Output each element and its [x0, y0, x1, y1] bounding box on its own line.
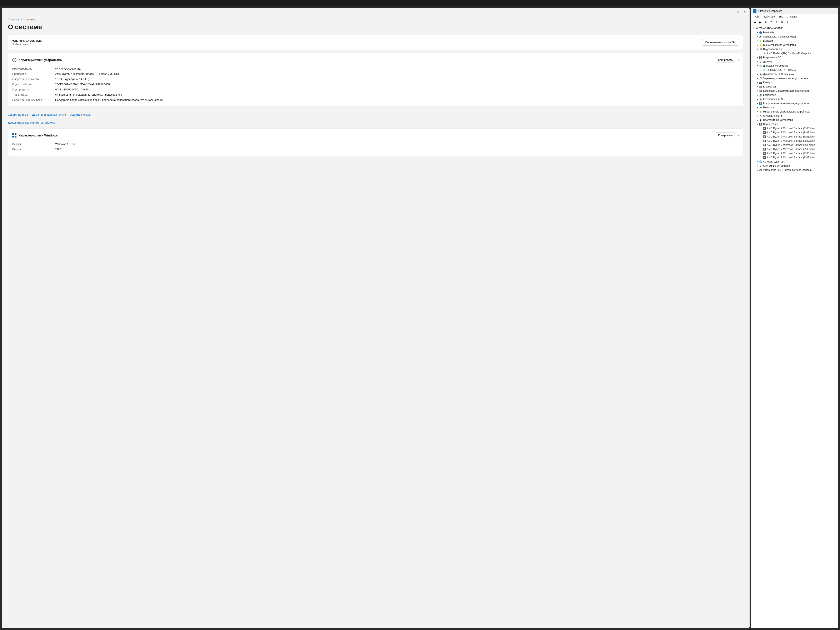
- toolbar-btn4[interactable]: ⚙: [779, 20, 785, 25]
- tree-item[interactable]: ▶ 📱 Программные устройства: [751, 118, 838, 122]
- tree-item[interactable]: ▶ 🔌 Диспетчеры USB-разъема: [751, 72, 838, 76]
- system-icon: ⚙: [759, 164, 762, 167]
- copy-specs-button[interactable]: Копировать: [715, 57, 736, 63]
- tree-item[interactable]: ▶ 🔋 Батареи: [751, 39, 838, 43]
- tree-item[interactable]: ▼ 💿 Дисковые устройства: [751, 64, 838, 68]
- tree-item[interactable]: ▶ 🌐 Сетевые адаптеры: [751, 159, 838, 164]
- tree-chevron: ▶: [756, 111, 759, 113]
- tree-label: AMD Ryzen 7 Microsoft Surface (R) Editio…: [767, 156, 815, 159]
- tree-item[interactable]: 🖥 AMD Radeon(TM) RX Vega11 Graphics: [751, 51, 838, 55]
- tree-item[interactable]: 🔲 AMD Ryzen 7 Microsoft Surface (R) Edit…: [751, 126, 838, 130]
- tree-item[interactable]: ▶ 🔵 Bluetooth: [751, 30, 838, 35]
- tree-label: AMD Ryzen 7 Microsoft Surface (R) Editio…: [767, 135, 815, 138]
- tree-item[interactable]: 🔲 AMD Ryzen 7 Microsoft Surface (R) Edit…: [751, 134, 838, 139]
- extra-link-section: Дополнительные параметры системы: [8, 120, 743, 128]
- tree-label: Контроллеры USB: [763, 98, 785, 101]
- tree-item[interactable]: ▶ 🔌 Контроллеры USB: [751, 97, 838, 101]
- close-button[interactable]: ✕: [742, 9, 747, 14]
- camera-icon: 📷: [759, 81, 762, 84]
- toolbar-btn2[interactable]: ?: [769, 20, 774, 25]
- tree-item[interactable]: ▶ 💾 Контроллеры запоминающих устройств: [751, 101, 838, 106]
- tree-item[interactable]: 🔲 AMD Ryzen 7 Microsoft Surface (R) Edit…: [751, 147, 838, 151]
- tree-item[interactable]: ▶ 📦 Компоненты программного обеспечения: [751, 89, 838, 93]
- tree-label: Контроллеры запоминающих устройств: [763, 102, 809, 105]
- network-icon: 🌐: [759, 160, 762, 163]
- tree-chevron: ▶: [756, 85, 759, 88]
- tree-item[interactable]: ▶ ⌨ Клавиатуры: [751, 85, 838, 89]
- link-domain[interactable]: Домен или рабочая группа: [32, 113, 66, 116]
- sound-icon: 🎵: [759, 77, 762, 80]
- tree-chevron: ▼: [756, 65, 759, 67]
- tree-chevron: ▼: [756, 123, 759, 125]
- link-protection[interactable]: Защита системы: [70, 113, 91, 116]
- tree-chevron: ▶: [756, 77, 759, 79]
- dm-tree: ▼ 🖥 WIN-5PB0AV6G4ME ▶ 🔵 Bluetooth ▶ 🔊 Ау…: [751, 25, 838, 628]
- menu-file[interactable]: Файл: [752, 14, 762, 19]
- screen-area: — □ ✕ Система > О системе О системе WIN-…: [0, 6, 840, 630]
- tree-item[interactable]: ▶ 🖱 Мыши и иные указывающие устройства: [751, 110, 838, 114]
- tree-label: Устройства HID (Human Interface Devices): [763, 169, 812, 172]
- tree-item[interactable]: 🔲 AMD Ryzen 7 Microsoft Surface (R) Edit…: [751, 155, 838, 159]
- tree-item[interactable]: 💿 HFM512GDGTNG-87A0A: [751, 68, 838, 72]
- menu-view[interactable]: Вид: [777, 14, 785, 19]
- tree-item[interactable]: ▶ ⚙ Системные устройства: [751, 164, 838, 168]
- spec-label: Код устройства: [12, 83, 54, 86]
- toolbar-btn5[interactable]: 🖥: [785, 20, 790, 25]
- tree-item[interactable]: 🔲 AMD Ryzen 7 Microsoft Surface (R) Edit…: [751, 143, 838, 147]
- win-collapse-icon[interactable]: ∧: [737, 134, 739, 136]
- usb-ctrl-icon: 🔌: [759, 98, 762, 101]
- computer-icon: 🖥: [755, 27, 758, 30]
- tree-chevron: ▶: [756, 115, 759, 117]
- tree-label: Сетевые адаптеры: [763, 160, 785, 163]
- menu-action[interactable]: Действие: [762, 14, 777, 19]
- tree-label: Датчики: [763, 60, 772, 63]
- tree-item[interactable]: ▶ 🖥 Мониторы: [751, 106, 838, 110]
- tree-item[interactable]: ▶ 🖨 Очереди печати: [751, 114, 838, 118]
- win-spec-value: 22H2: [55, 148, 739, 151]
- toolbar-back[interactable]: ◀: [752, 20, 757, 25]
- rename-button[interactable]: Переименовать этот ПК: [702, 39, 739, 46]
- tree-item[interactable]: ▼ 🖥 Видеоадаптеры: [751, 47, 838, 51]
- tree-item[interactable]: ▶ 👆 Биометрические устройства: [751, 43, 838, 47]
- tree-label: Очереди печати: [763, 114, 782, 117]
- win-spec-label: Версия: [12, 148, 54, 151]
- device-model: Surface Laptop 3: [12, 43, 42, 46]
- tree-label: Аудиовходы и аудиовыходы: [763, 35, 796, 38]
- tree-item[interactable]: 🔲 AMD Ryzen 7 Microsoft Surface (R) Edit…: [751, 151, 838, 155]
- specs-title: Характеристики устройства: [19, 58, 62, 62]
- usb-icon: 🔌: [759, 73, 762, 76]
- tree-chevron: ▼: [756, 48, 759, 50]
- dm-tree-items: ▶ 🔵 Bluetooth ▶ 🔊 Аудиовходы и аудиовыхо…: [751, 30, 838, 172]
- minimize-button[interactable]: —: [728, 9, 733, 14]
- tree-label: Биометрические устройства: [763, 44, 796, 46]
- tree-item[interactable]: ▶ 📡 Датчики: [751, 60, 838, 64]
- tree-chevron: ▶: [756, 106, 759, 109]
- tree-item[interactable]: ▶ 🎵 Звуковые, игровые и видеоустройства: [751, 76, 838, 81]
- toolbar-btn1[interactable]: ⊞: [763, 20, 768, 25]
- toolbar-forward[interactable]: ▶: [758, 20, 763, 25]
- link-related[interactable]: Ссылки по теме: [8, 113, 28, 116]
- tree-label: AMD Ryzen 7 Microsoft Surface (R) Editio…: [767, 127, 815, 130]
- tree-root[interactable]: ▼ 🖥 WIN-5PB0AV6G4ME: [751, 26, 838, 30]
- tree-item[interactable]: ▶ 📷 Камеры: [751, 81, 838, 85]
- tree-item[interactable]: ▶ 💻 Компьютер: [751, 93, 838, 97]
- breadcrumb: Система > О системе: [2, 16, 750, 22]
- menu-help[interactable]: Справка: [785, 14, 798, 19]
- tree-item[interactable]: 🔲 AMD Ryzen 7 Microsoft Surface (R) Edit…: [751, 130, 838, 134]
- tree-label: Компьютер: [763, 93, 776, 96]
- tree-item[interactable]: ▶ 🔊 Аудиовходы и аудиовыходы: [751, 35, 838, 39]
- toolbar-btn3[interactable]: ⊟: [774, 20, 779, 25]
- maximize-button[interactable]: □: [735, 9, 741, 14]
- tree-item[interactable]: 🔲 AMD Ryzen 7 Microsoft Surface (R) Edit…: [751, 139, 838, 143]
- copy-windows-button[interactable]: Копировать: [715, 133, 736, 138]
- tree-item[interactable]: ▼ 🔲 Процессоры: [751, 122, 838, 126]
- spec-value: 64-разрядная операционная система, проце…: [55, 93, 739, 96]
- tree-chevron: ▶: [756, 40, 759, 42]
- breadcrumb-parent[interactable]: Система: [8, 18, 19, 21]
- tree-label: Видеоадаптеры: [763, 48, 782, 51]
- tree-item[interactable]: ▶ 💾 Встроенное ПО: [751, 55, 838, 60]
- top-bar: [0, 0, 840, 6]
- link-advanced[interactable]: Дополнительные параметры системы: [8, 121, 55, 124]
- tree-item[interactable]: ▶ 🎮 Устройства HID (Human Interface Devi…: [751, 168, 838, 172]
- collapse-icon[interactable]: ∧: [737, 59, 739, 61]
